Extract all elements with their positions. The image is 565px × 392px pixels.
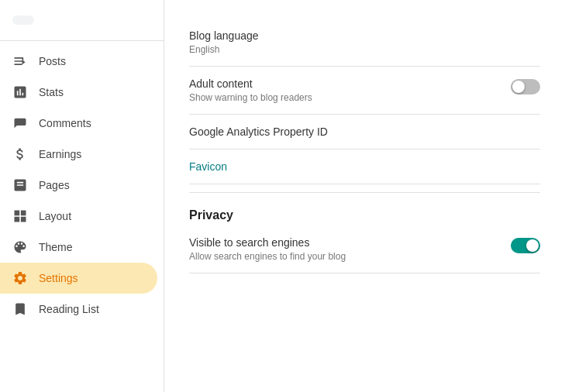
adult-content-sublabel: Show warning to blog readers xyxy=(189,92,312,103)
setting-visible-search-engines: Visible to search engines Allow search e… xyxy=(189,225,540,273)
visible-search-engines-label: Visible to search engines xyxy=(189,236,346,249)
section-divider xyxy=(189,192,540,193)
blog-selector[interactable] xyxy=(12,15,34,25)
visible-search-engines-sublabel: Allow search engines to find your blog xyxy=(189,251,346,262)
setting-adult-content-info: Adult content Show warning to blog reade… xyxy=(189,77,312,103)
google-analytics-label: Google Analytics Property ID xyxy=(189,126,328,138)
comments-label: Comments xyxy=(39,117,91,129)
setting-blog-language: Blog language English xyxy=(189,19,540,67)
sidebar-item-comments[interactable]: Comments xyxy=(0,108,157,139)
setting-blog-language-info: Blog language English xyxy=(189,29,259,55)
layout-label: Layout xyxy=(39,210,71,222)
blog-language-label: Blog language xyxy=(189,29,259,42)
setting-adult-content: Adult content Show warning to blog reade… xyxy=(189,67,540,115)
pages-icon xyxy=(12,177,28,193)
theme-label: Theme xyxy=(39,241,73,253)
reading-list-label: Reading List xyxy=(39,303,99,315)
blog-language-value: English xyxy=(189,44,259,55)
settings-label: Settings xyxy=(39,272,78,284)
setting-google-analytics-info: Google Analytics Property ID xyxy=(189,126,328,138)
sidebar-top xyxy=(0,8,164,41)
setting-favicon: Favicon xyxy=(189,150,540,184)
sidebar-item-theme[interactable]: Theme xyxy=(0,232,157,263)
stats-icon xyxy=(12,84,28,100)
pages-label: Pages xyxy=(39,179,70,191)
sidebar: Posts Stats Comments Earnings Pages Layo… xyxy=(0,0,164,392)
reading-list-icon xyxy=(12,301,28,317)
setting-google-analytics: Google Analytics Property ID xyxy=(189,115,540,150)
sidebar-item-earnings[interactable]: Earnings xyxy=(0,139,157,170)
privacy-section-title: Privacy xyxy=(189,208,540,222)
theme-icon xyxy=(12,239,28,255)
earnings-label: Earnings xyxy=(39,148,81,160)
posts-icon xyxy=(12,53,28,69)
sidebar-item-reading-list[interactable]: Reading List xyxy=(0,294,157,325)
sidebar-item-pages[interactable]: Pages xyxy=(0,170,157,201)
earnings-icon xyxy=(12,146,28,162)
comments-icon xyxy=(12,115,28,131)
visible-search-engines-toggle-knob xyxy=(526,239,539,252)
adult-content-toggle-knob xyxy=(512,81,525,93)
main-content: Blog language English Adult content Show… xyxy=(164,0,565,392)
sidebar-item-settings[interactable]: Settings xyxy=(0,263,157,294)
visible-search-engines-toggle[interactable] xyxy=(511,238,540,253)
setting-visible-search-engines-info: Visible to search engines Allow search e… xyxy=(189,236,346,262)
sidebar-item-posts[interactable]: Posts xyxy=(0,46,157,77)
adult-content-label: Adult content xyxy=(189,77,312,90)
posts-label: Posts xyxy=(39,55,66,67)
sidebar-item-stats[interactable]: Stats xyxy=(0,77,157,108)
sidebar-item-layout[interactable]: Layout xyxy=(0,201,157,232)
layout-icon xyxy=(12,208,28,224)
adult-content-toggle[interactable] xyxy=(511,79,540,95)
stats-label: Stats xyxy=(39,86,64,98)
favicon-link[interactable]: Favicon xyxy=(189,160,540,173)
settings-icon xyxy=(12,270,28,286)
